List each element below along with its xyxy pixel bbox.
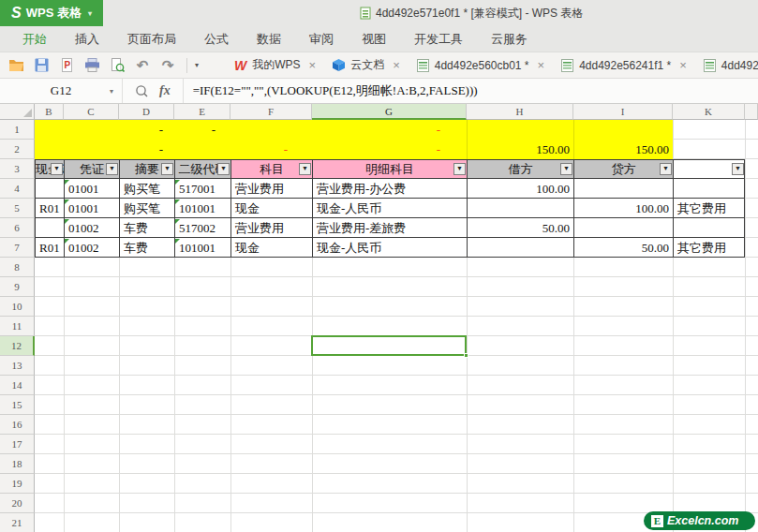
- print-preview-icon[interactable]: [109, 57, 126, 74]
- cell-I7[interactable]: 50.00: [574, 239, 673, 258]
- cell-B5[interactable]: R01: [36, 200, 64, 218]
- cell-E1[interactable]: -: [175, 121, 230, 140]
- column-header-H[interactable]: H: [467, 104, 573, 120]
- row-header-21[interactable]: 21: [0, 513, 35, 532]
- formula-input[interactable]: =IF(E12="","",(VLOOKUP(E12,明细帐!A:B,2,FAL…: [184, 79, 758, 103]
- cell-K3[interactable]: ▼: [674, 160, 745, 179]
- filter-button-F3[interactable]: ▼: [299, 163, 311, 175]
- menu-tab-home[interactable]: 开始: [22, 31, 47, 48]
- cell-E6[interactable]: 517002: [175, 219, 230, 238]
- tab-document-3[interactable]: 4dd492e5643: [695, 52, 758, 79]
- cell-D3[interactable]: 摘要▼: [120, 160, 174, 179]
- cell-B3[interactable]: 现金记▼: [36, 160, 64, 179]
- fill-handle[interactable]: [464, 353, 468, 358]
- row-header-17[interactable]: 17: [0, 435, 35, 454]
- row-header-10[interactable]: 10: [0, 297, 35, 317]
- cell-G3[interactable]: 明细科目▼: [313, 160, 467, 179]
- row-header-19[interactable]: 19: [0, 474, 35, 494]
- cell-C6[interactable]: 01002: [65, 219, 119, 238]
- toolbar-dropdown-icon[interactable]: ▾: [190, 61, 203, 69]
- filter-button-H3[interactable]: ▼: [560, 163, 572, 175]
- cell-H3[interactable]: 借方▼: [468, 160, 573, 179]
- spreadsheet[interactable]: ------150.00150.00现金记▼凭证▼摘要▼二级代码▼科目▼明细科目…: [0, 104, 758, 532]
- cell-E3[interactable]: 二级代码▼: [175, 160, 230, 179]
- tab-close-icon[interactable]: ×: [309, 58, 317, 72]
- filter-button-E3[interactable]: ▼: [217, 163, 230, 175]
- menu-tab-formulas[interactable]: 公式: [204, 31, 229, 48]
- cell-E4[interactable]: 517001: [175, 180, 230, 199]
- cell-K5[interactable]: 其它费用: [674, 200, 745, 218]
- tab-close-icon[interactable]: ×: [679, 58, 687, 72]
- cell-E7[interactable]: 101001: [175, 239, 230, 258]
- cell-D7[interactable]: 车费: [120, 239, 174, 258]
- menu-tab-review[interactable]: 审阅: [309, 31, 334, 48]
- export-pdf-icon[interactable]: P: [58, 57, 75, 74]
- row-header-2[interactable]: 2: [0, 140, 35, 159]
- row-header-14[interactable]: 14: [0, 376, 35, 395]
- row-header-18[interactable]: 18: [0, 454, 35, 474]
- menu-tab-view[interactable]: 视图: [362, 31, 386, 48]
- cell-K7[interactable]: 其它费用: [674, 239, 745, 258]
- row-header-6[interactable]: 6: [0, 218, 35, 238]
- cell-G4[interactable]: 营业费用-办公费: [313, 180, 467, 199]
- filter-button-G3[interactable]: ▼: [453, 163, 466, 175]
- insert-function-button[interactable]: fx: [159, 83, 171, 98]
- column-header-I[interactable]: I: [573, 104, 673, 120]
- row-header-4[interactable]: 4: [0, 179, 35, 199]
- cell-I5[interactable]: 100.00: [574, 200, 673, 218]
- cell-D2[interactable]: -: [120, 140, 174, 159]
- row-header-15[interactable]: 15: [0, 395, 35, 415]
- cell-E5[interactable]: 101001: [175, 200, 230, 218]
- column-header-x10[interactable]: [745, 104, 758, 120]
- cell-C4[interactable]: 01001: [65, 180, 119, 199]
- column-header-E[interactable]: E: [174, 104, 230, 120]
- cell-H6[interactable]: 50.00: [468, 219, 573, 238]
- cell-C3[interactable]: 凭证▼: [65, 160, 119, 179]
- filter-button-I3[interactable]: ▼: [660, 163, 672, 175]
- menu-tab-page-layout[interactable]: 页面布局: [127, 31, 176, 48]
- tab-close-icon[interactable]: ×: [393, 58, 400, 72]
- cell-F6[interactable]: 营业费用: [231, 219, 312, 238]
- tab-document-2[interactable]: 4dd492e56241f1 * ×: [553, 52, 695, 79]
- filter-button-C3[interactable]: ▼: [106, 163, 118, 175]
- filter-button-D3[interactable]: ▼: [161, 163, 173, 175]
- column-header-D[interactable]: D: [119, 104, 174, 120]
- cell-F2[interactable]: -: [231, 140, 312, 159]
- wps-app-button[interactable]: S WPS 表格 ▾: [0, 0, 103, 26]
- menu-tab-developer[interactable]: 开发工具: [414, 31, 463, 48]
- row-header-16[interactable]: 16: [0, 415, 35, 435]
- print-icon[interactable]: [83, 57, 100, 74]
- cell-G7[interactable]: 现金-人民币: [313, 239, 467, 258]
- cell-D6[interactable]: 车费: [120, 219, 174, 238]
- row-header-7[interactable]: 7: [0, 238, 35, 258]
- row-header-9[interactable]: 9: [0, 277, 35, 297]
- menu-tab-insert[interactable]: 插入: [75, 31, 99, 48]
- cell-F4[interactable]: 营业费用: [231, 180, 312, 199]
- menu-tab-data[interactable]: 数据: [257, 31, 281, 48]
- cell-G6[interactable]: 营业费用-差旅费: [313, 219, 467, 238]
- cell-C5[interactable]: 01001: [65, 200, 119, 218]
- row-header-13[interactable]: 13: [0, 356, 35, 376]
- save-icon[interactable]: [33, 57, 50, 74]
- cell-D4[interactable]: 购买笔: [120, 180, 174, 199]
- menu-tab-cloud[interactable]: 云服务: [491, 31, 528, 48]
- cell-F7[interactable]: 现金: [231, 239, 312, 258]
- filter-button-K3[interactable]: ▼: [732, 163, 744, 175]
- cell-C7[interactable]: 01002: [65, 239, 119, 258]
- cell-D5[interactable]: 购买笔: [120, 200, 174, 218]
- row-header-5[interactable]: 5: [0, 199, 35, 218]
- column-header-C[interactable]: C: [64, 104, 119, 120]
- tab-cloud-docs[interactable]: 云文档 ×: [324, 52, 409, 79]
- select-all-button[interactable]: [0, 104, 35, 120]
- cell-G1[interactable]: -: [313, 121, 467, 140]
- cell-F5[interactable]: 现金: [231, 200, 312, 218]
- row-header-12[interactable]: 12: [0, 336, 35, 356]
- search-icon[interactable]: [135, 84, 149, 98]
- row-header-11[interactable]: 11: [0, 317, 35, 336]
- open-icon[interactable]: [7, 57, 24, 74]
- cell-I2[interactable]: 150.00: [574, 140, 673, 159]
- tab-close-icon[interactable]: ×: [538, 58, 545, 72]
- cell-G5[interactable]: 现金-人民币: [313, 200, 467, 218]
- filter-button-B3[interactable]: ▼: [51, 163, 63, 175]
- column-header-F[interactable]: F: [230, 104, 312, 120]
